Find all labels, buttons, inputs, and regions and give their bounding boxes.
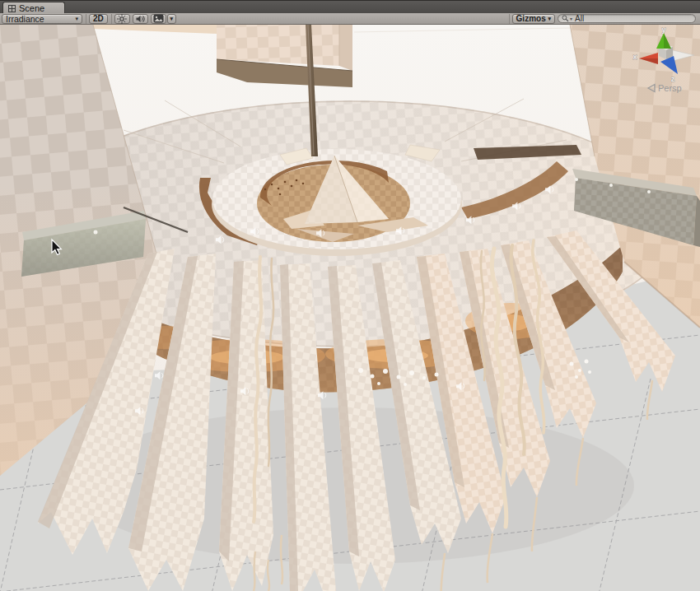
magnifier-icon [562,15,569,22]
search-value: All [575,14,584,23]
axis-label-z: z [671,75,675,83]
chevron-down-icon: ▾ [570,16,572,21]
chevron-down-icon: ▾ [548,16,551,21]
lighting-toggle-button[interactable] [114,14,130,24]
scene-canvas[interactable]: y x z Persp [0,25,700,591]
tab-scene-label: Scene [19,3,44,13]
speaker-icon [135,14,145,24]
axis-label-y: y [661,26,665,34]
hanging-column [217,25,352,87]
audio-toggle-button[interactable] [133,14,148,24]
effects-dropdown-button[interactable]: ▾ [167,14,176,24]
2d-toggle-label: 2D [93,14,104,23]
shading-mode-label: Irradiance [6,14,44,24]
axis-label-x: x [632,53,637,61]
scene-panel: Scene Irradiance ▾ 2D [0,0,700,591]
image-icon [153,14,164,23]
gizmos-label: Gizmos [516,14,546,23]
toolbar-separator [86,14,86,24]
gizmos-dropdown[interactable]: Gizmos ▾ [512,14,555,24]
gizmos-search-input[interactable]: ▾ All [558,14,696,23]
effects-toggle-button[interactable] [151,14,166,24]
tab-scene[interactable]: Scene [2,2,65,14]
scene-toolbar: Irradiance ▾ 2D [0,13,700,25]
toolbar-separator [111,14,112,24]
chevron-down-icon: ▾ [75,16,78,21]
sun-icon [117,14,127,24]
scene-viewport[interactable]: y x z Persp [0,25,700,591]
chevron-down-icon: ▾ [170,16,174,21]
shading-mode-dropdown[interactable]: Irradiance ▾ [2,14,82,24]
tab-strip: Scene [0,0,700,13]
toolbar-separator [509,14,510,24]
2d-toggle-button[interactable]: 2D [89,14,108,24]
grid-icon [8,5,16,12]
projection-label: Persp [658,83,682,93]
